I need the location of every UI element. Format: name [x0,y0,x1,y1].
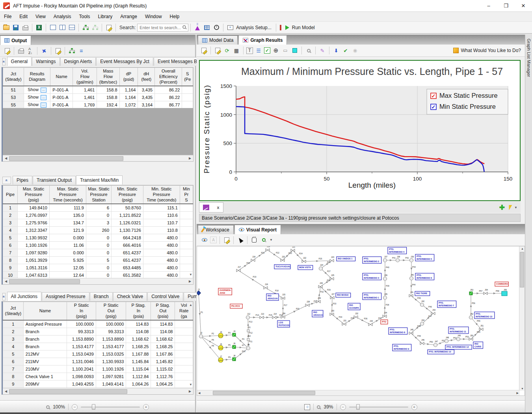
junction-bow[interactable] [431,312,435,315]
tab-warnings[interactable]: Warnings [32,57,60,66]
run-model-button[interactable]: Run Model [292,25,315,30]
tab-visual-report[interactable]: Visual Report [234,225,281,234]
tab-check-valve[interactable]: Check Valve [113,292,147,301]
analysis-setup-icon[interactable]: ≡ [226,24,234,32]
scroll-down-icon[interactable]: ▼ [189,273,192,276]
menu-window[interactable]: Window [141,12,166,21]
junction-circ[interactable] [383,259,387,262]
junction-pump[interactable] [218,358,223,362]
table-row[interactable]: 41,312.3347121.92601,130.7126110.8 [3,226,193,234]
tab-output[interactable]: Output [0,35,31,45]
workspace-link-icon[interactable] [68,47,76,55]
column-header[interactable]: Jct(Steady) [3,302,24,321]
collapse-output-icon[interactable]: « [2,58,6,65]
table-row[interactable]: 2Branch99.331399.3313114.08114.08 [3,328,193,335]
junction-bow[interactable] [330,259,334,262]
junction-bow[interactable] [342,323,346,326]
scroll-up-icon[interactable]: ▲ [189,303,192,307]
junction-diamond[interactable] [197,291,201,295]
table-row[interactable]: 81,051.39295.9255651.4237480.0 [3,256,193,264]
menu-analysis[interactable]: Analysis [50,12,75,21]
collapse-junctions-icon[interactable]: « [2,293,6,300]
copy-icon[interactable] [54,47,62,55]
junction-sq[interactable] [247,330,249,332]
format-icon[interactable]: ✎ [318,47,326,54]
tab-control-valve[interactable]: Control Valve [147,292,183,301]
highlight-icon[interactable] [291,47,299,54]
column-header[interactable]: P StaticOut(psig) [96,302,126,321]
scroll-down-icon[interactable]: ▼ [189,383,192,386]
zoom-tool-icon[interactable] [260,236,268,244]
column-header[interactable]: P StaticIn(psig) [67,302,96,321]
column-header[interactable]: Vol.Flow(gal/min) [73,68,97,86]
junction-tank[interactable] [502,291,507,296]
slider-icon[interactable]: ▭ [281,47,289,54]
search-input[interactable] [137,24,188,32]
zoom-slider[interactable] [349,407,408,408]
window-split-vertical-icon[interactable] [58,24,66,32]
tab-transient-output[interactable]: Transient Output [33,176,76,185]
visual-report-canvas[interactable]: P1P2P3P4P5P6P7P8P9P10P11P12P13P14P15P16P… [197,246,525,396]
tab-model-data[interactable]: Model Data [198,35,238,45]
select-cursor-icon[interactable] [236,236,244,244]
junction-circ[interactable] [457,338,460,341]
sort-icon[interactable]: AZ↓ [26,47,34,55]
junction-circ[interactable] [383,296,387,300]
table-row[interactable]: 4Branch1,153.41771,153.41771,168.251,168… [3,343,193,350]
junction-bow[interactable] [260,316,264,319]
tab-design-alerts[interactable]: Design Alerts [60,57,96,66]
tab-assigned-pressure[interactable]: Assigned Pressure [42,292,89,301]
junction-bow[interactable] [420,342,424,345]
junction-circ[interactable] [410,277,413,280]
window-single-icon[interactable] [49,24,57,32]
tab-branch[interactable]: Branch [90,292,113,301]
column-header[interactable]: Max. StaticPressure(psig) [18,186,50,204]
junction-bow[interactable] [330,278,334,280]
junction-circ[interactable] [246,316,250,319]
table-row[interactable]: 61,100.192611.060666.4016480.0 [3,241,193,249]
menu-file[interactable]: File [0,12,15,21]
junction-circ[interactable] [434,343,437,347]
column-header[interactable]: P Stag.Out(psia) [151,302,175,321]
table-row[interactable]: 31,275.9766134.731,126.0321110.7 [3,219,193,226]
annotation-icon[interactable]: A [210,237,217,243]
junction-bow[interactable] [409,332,413,335]
help-link[interactable]: What Would You Like to Do? [461,48,521,53]
junction-circ[interactable] [410,259,413,262]
apply-icon[interactable]: ✔ [342,47,350,54]
junction-bow[interactable] [479,328,483,331]
add-graph-plus-icon[interactable]: ✚ [499,203,505,212]
junction-circ[interactable] [469,316,473,319]
junction-bow[interactable] [484,292,487,295]
fluid-properties-icon[interactable] [193,24,201,32]
column-header[interactable]: P Stag.In(psia) [126,302,151,321]
list-view-icon[interactable]: ≡ [77,47,85,55]
column-header[interactable]: Name [50,68,73,86]
legend-list-icon[interactable]: ☰ [255,47,262,54]
info-icon[interactable]: ◉ [351,47,359,54]
column-header[interactable]: OverallEfficiency(Percent) [155,68,182,86]
zoom-out-button[interactable]: − [72,404,78,410]
column-header[interactable]: S(Pe [182,68,193,86]
column-header[interactable]: MassFlow(lbm/sec) [97,68,119,86]
table-row[interactable]: 9209MV1,049.42551,049.41411,064.261,064.… [3,380,193,388]
column-header[interactable]: Min. StaticPressure(psig) [112,186,143,204]
pan-hand-icon[interactable] [250,236,258,244]
junction-pump[interactable] [218,333,223,338]
edit-graph-icon[interactable] [200,47,208,54]
zoom-out-button[interactable]: − [340,404,346,410]
menu-edit[interactable]: Edit [15,12,32,21]
close-graph-icon[interactable]: x [217,205,219,210]
junction-bow[interactable] [291,249,295,252]
column-header[interactable]: dP(psid) [119,68,138,86]
minimize-button[interactable]: – [480,0,497,11]
refresh-icon[interactable]: ⟳ [223,47,231,54]
junction-bow[interactable] [264,287,268,289]
dropdown-caret-icon[interactable]: ▼ [514,206,517,209]
collapse-pipes-icon[interactable]: « [2,177,11,184]
results-diagram-button[interactable]: ... [41,88,47,93]
results-diagram-button[interactable]: ... [41,103,47,108]
junction-bow[interactable] [251,259,255,262]
scenario-tree-icon[interactable] [82,24,89,32]
junction-bow[interactable] [354,316,358,319]
